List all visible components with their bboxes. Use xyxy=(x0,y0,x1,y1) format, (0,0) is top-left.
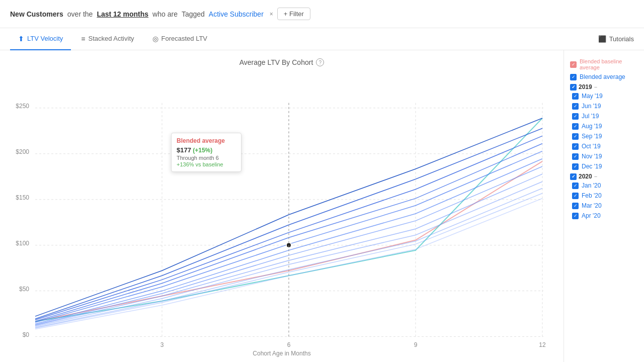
tag-close-icon[interactable]: × xyxy=(270,11,273,18)
period-label[interactable]: Last 12 months xyxy=(97,10,148,18)
legend-blended-baseline[interactable]: ✓ Blended baseline average xyxy=(570,58,638,70)
blended-baseline-label: Blended baseline average xyxy=(580,58,638,70)
x-axis-label: Cohort Age in Months xyxy=(10,350,553,357)
legend-jan-20[interactable]: ✓ Jan '20 xyxy=(572,182,638,189)
over-the-label: over the xyxy=(67,10,93,18)
svg-text:$50: $50 xyxy=(19,286,29,293)
chart-svg: .grid-line { stroke: #e0e0e0; stroke-wid… xyxy=(10,72,553,357)
legend-jul-19[interactable]: ✓ Jul '19 xyxy=(572,113,638,120)
monitor-icon: ⬛ xyxy=(598,35,606,43)
legend-feb-20[interactable]: ✓ Feb '20 xyxy=(572,192,638,199)
jul-19-label: Jul '19 xyxy=(582,113,599,120)
legend-nov-19[interactable]: ✓ Nov '19 xyxy=(572,153,638,160)
who-are-label: who are xyxy=(152,10,178,18)
tutorials-button[interactable]: ⬛ Tutorials xyxy=(598,35,634,43)
legend-apr-20[interactable]: ✓ Apr '20 xyxy=(572,212,638,219)
legend-aug-19[interactable]: ✓ Aug '19 xyxy=(572,123,638,130)
chart-container: .grid-line { stroke: #e0e0e0; stroke-wid… xyxy=(10,72,553,357)
tab-forecasted-ltv[interactable]: ◎ Forecasted LTV xyxy=(144,28,216,50)
tab-ltv-velocity[interactable]: ⬆ LTV Velocity xyxy=(10,28,71,50)
tag-value[interactable]: Active Subscriber xyxy=(209,10,264,18)
oct-19-label: Oct '19 xyxy=(582,143,601,150)
legend-sep-19[interactable]: ✓ Sep '19 xyxy=(572,133,638,140)
svg-text:$0: $0 xyxy=(23,331,30,338)
year-2019-dash: − xyxy=(594,84,597,90)
blended-baseline-checkbox[interactable]: ✓ xyxy=(570,61,577,68)
tab-stacked-activity[interactable]: ≡ Stacked Activity xyxy=(73,28,142,50)
new-customers-label: New Customers xyxy=(10,10,63,18)
nov-19-label: Nov '19 xyxy=(582,153,602,160)
stacked-activity-icon: ≡ xyxy=(81,35,85,43)
main-content: Average LTV By Cohort ? .grid-line { str… xyxy=(0,50,644,362)
chart-area: Average LTV By Cohort ? .grid-line { str… xyxy=(0,50,564,362)
forecasted-ltv-icon: ◎ xyxy=(152,35,158,43)
svg-text:$200: $200 xyxy=(16,148,29,155)
legend-2019-header: ✓ 2019 − xyxy=(570,83,638,90)
legend-mar-20[interactable]: ✓ Mar '20 xyxy=(572,202,638,209)
tab-ltv-velocity-label: LTV Velocity xyxy=(27,35,63,42)
mar-20-label: Mar '20 xyxy=(582,202,602,209)
legend-blended-average[interactable]: ✓ Blended average xyxy=(570,73,638,80)
may-19-label: May '19 xyxy=(582,93,603,100)
tab-stacked-activity-label: Stacked Activity xyxy=(88,35,134,42)
tabs-bar: ⬆ LTV Velocity ≡ Stacked Activity ◎ Fore… xyxy=(0,28,644,50)
chart-title: Average LTV By Cohort ? xyxy=(10,58,553,66)
blended-average-checkbox[interactable]: ✓ xyxy=(570,74,577,80)
year-2019-label: 2019 xyxy=(579,83,592,90)
legend-2020-header: ✓ 2020 − xyxy=(570,173,638,180)
jan-20-label: Jan '20 xyxy=(582,182,601,189)
svg-text:$100: $100 xyxy=(16,240,29,247)
blended-average-label: Blended average xyxy=(580,73,625,80)
year-2020-dash: − xyxy=(594,173,597,179)
feb-20-label: Feb '20 xyxy=(582,192,602,199)
top-bar: New Customers over the Last 12 months wh… xyxy=(0,0,644,28)
info-icon[interactable]: ? xyxy=(316,58,324,66)
year-2020-label: 2020 xyxy=(579,173,592,180)
legend-dec-19[interactable]: ✓ Dec '19 xyxy=(572,163,638,170)
svg-text:$150: $150 xyxy=(16,194,29,201)
legend-sidebar: ✓ Blended baseline average ✓ Blended ave… xyxy=(564,50,644,362)
filter-button[interactable]: + Filter xyxy=(277,8,310,20)
svg-text:3: 3 xyxy=(160,341,164,348)
ltv-velocity-icon: ⬆ xyxy=(18,35,24,43)
tab-forecasted-ltv-label: Forecasted LTV xyxy=(162,35,208,42)
svg-text:6: 6 xyxy=(287,341,291,348)
tagged-label: Tagged xyxy=(182,10,205,18)
dec-19-label: Dec '19 xyxy=(582,163,602,170)
apr-20-label: Apr '20 xyxy=(582,212,601,219)
aug-19-label: Aug '19 xyxy=(582,123,602,130)
legend-jun-19[interactable]: ✓ Jun '19 xyxy=(572,103,638,110)
sep-19-label: Sep '19 xyxy=(582,133,602,140)
legend-may-19[interactable]: ✓ May '19 xyxy=(572,93,638,100)
tutorials-label: Tutorials xyxy=(609,35,634,43)
jun-19-label: Jun '19 xyxy=(582,103,601,110)
svg-text:9: 9 xyxy=(414,341,418,348)
svg-text:$250: $250 xyxy=(16,103,29,110)
legend-oct-19[interactable]: ✓ Oct '19 xyxy=(572,143,638,150)
svg-text:12: 12 xyxy=(539,341,546,348)
